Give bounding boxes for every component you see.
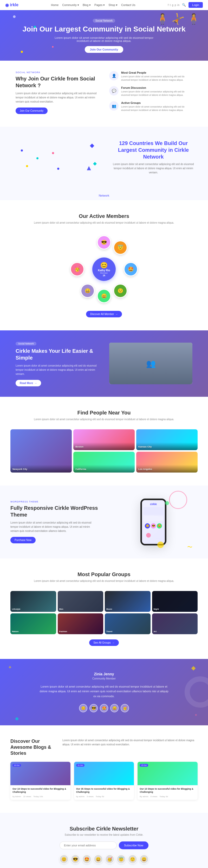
why-join-right: 👤 Most Great People Lorem ipsum dolor si… (109, 71, 193, 116)
subscribe-button[interactable]: Subscribe Now (119, 841, 148, 849)
group-art-name: Art (154, 630, 157, 633)
sub-avatar-8: 😀 (139, 855, 149, 864)
blog-1-views: 10 views (23, 795, 31, 798)
blog-card-2[interactable]: 21 Oct Our 35 Steps to successful video … (74, 762, 134, 800)
groups-title: Most Popular Groups (10, 571, 198, 578)
sub-avatar-2: 😎 (71, 855, 80, 864)
groups-description: Lorem ipsum dolor sit amet consectetur a… (10, 579, 198, 583)
nav-contact[interactable]: Contact Us (121, 3, 135, 7)
t-avatar-5[interactable]: 🥳 (120, 704, 129, 712)
orbit-avatar-4: 🥳 (70, 262, 84, 276)
t-avatar-3[interactable]: 🤩 (100, 704, 108, 712)
hero-map-dot-1 (13, 16, 15, 18)
tw-icon[interactable]: t (170, 4, 171, 6)
groups-grid: Lifestyle Men Music Night Nature Fashion (10, 591, 198, 634)
decor-diamond-1 (90, 144, 94, 148)
nav-shop[interactable]: Shop ▾ (108, 3, 117, 7)
discover-members-button[interactable]: Discover All Member → (86, 311, 122, 317)
blog-1-body: Our 10 Steps to successful video for Blo… (10, 785, 70, 800)
group-lifestyle-name: Lifestyle (12, 608, 20, 610)
city-boston[interactable]: Boston (73, 429, 135, 450)
blog-2-badge: 21 Oct (76, 764, 85, 767)
phone-screen: cirkle 😊 😎 🤩 (142, 500, 165, 544)
countries-description: Lorem ipsum dolor sit amet consectetur a… (109, 162, 198, 175)
avatar-1-placeholder: 😎 (98, 236, 110, 249)
city-california[interactable]: California (73, 452, 135, 472)
nav-home[interactable]: Home (51, 3, 59, 7)
city-newyork[interactable]: Newyork City (10, 429, 72, 472)
cirkle-life-title: Cirkle Makes Your Life Easier & Simple (15, 347, 99, 361)
read-more-button[interactable]: Read More → (15, 380, 41, 386)
blog-1-meta: by Admin 10 views Today 10d (12, 795, 68, 798)
phone-mockup: 〜 cirkle 😊 😎 🤩 (109, 499, 198, 546)
in-icon[interactable]: in (177, 4, 179, 6)
decor-diamond-2 (93, 162, 97, 165)
purchase-button[interactable]: Purchase Now (10, 537, 36, 544)
feature-forum-text: Forum Discussion Lorem ipsum dolor sit a… (121, 86, 193, 97)
phone-device: cirkle 😊 😎 🤩 (140, 499, 166, 546)
group-fashion[interactable]: Fashion (58, 613, 103, 634)
nav-community[interactable]: Community ▾ (62, 3, 79, 7)
city-losangeles[interactable]: Los Angeles (136, 452, 198, 472)
fb-icon[interactable]: f (168, 4, 169, 6)
theme-section: WordPress Theme Fully Responsive Cirkle … (0, 486, 208, 558)
t-avatar-1[interactable]: 😊 (79, 704, 88, 712)
orbit-avatar-2: 🤩 (124, 262, 138, 276)
nav-links: Home Community ▾ Blog ▾ Pages ▾ Shop ▾ C… (51, 3, 135, 7)
blogs-grid: 20 Oct Our 10 Steps to successful video … (10, 762, 198, 800)
blog-2-meta: by admin 3 views Today 5d (76, 795, 132, 798)
login-button[interactable]: Login (188, 2, 203, 8)
group-travel[interactable]: Travel (105, 613, 150, 634)
group-art[interactable]: Art (152, 613, 198, 634)
city-boston-label: Boston (75, 445, 83, 448)
discover-label: Discover All Member (90, 313, 114, 315)
blog-1-title: Our 10 Steps to successful video for Blo… (12, 787, 68, 794)
hero-section: Social Network Join Our Largest Communit… (0, 10, 208, 61)
members-description: Lorem ipsum dolor sit amet consectetur a… (10, 221, 198, 225)
t-avatar-4[interactable]: 😄 (110, 704, 118, 712)
nav-logo[interactable]: ◉ irkle (5, 3, 19, 7)
why-join-title: Why Join Our Cirkle from Social Network … (15, 75, 99, 89)
city-kansascity[interactable]: Kansas City (136, 429, 198, 450)
blog-card-1[interactable]: 20 Oct Our 10 Steps to successful video … (10, 762, 70, 800)
city-newyork-img: Newyork City (10, 429, 72, 472)
subscribe-input[interactable] (60, 841, 117, 849)
hero-content: Social Network Join Our Largest Communit… (23, 18, 186, 53)
search-icon[interactable]: 🔍 (182, 3, 186, 7)
blog-2-views: 3 views (86, 795, 94, 798)
nav-blog[interactable]: Blog ▾ (83, 3, 91, 7)
see-all-groups-button[interactable]: See All Groups → (89, 640, 119, 646)
nav-pages[interactable]: Pages ▾ (94, 3, 105, 7)
group-lifestyle[interactable]: Lifestyle (10, 591, 56, 612)
blog-card-3[interactable]: 25 Oct Our 10 Steps to successful video … (138, 762, 198, 800)
feature-groups-icon: 👥 (109, 101, 118, 111)
group-music[interactable]: Music (105, 591, 150, 612)
avatar-7-placeholder: 😀 (81, 285, 94, 297)
blogs-desc-col: Lorem ipsum dolor sit amet consectetur a… (62, 738, 198, 756)
subscribe-avatars: 😊 😎 🤩 😄 🥳 😇 🙂 😀 (10, 855, 198, 864)
theme-tag: WordPress Theme (10, 500, 99, 503)
groups-section: Most Popular Groups Lorem ipsum dolor si… (0, 558, 208, 659)
blog-1-date: Today 10d (33, 795, 43, 798)
hero-description: Lorem ipsum dolor sit amet consectetur a… (52, 36, 156, 42)
group-men[interactable]: Men (58, 591, 103, 612)
blog-1-author: by Admin (12, 795, 21, 798)
countries-map (10, 142, 99, 173)
group-nature[interactable]: Nature (10, 613, 56, 634)
hero-join-button[interactable]: Join Our Community (85, 46, 124, 53)
city-california-img: California (73, 452, 135, 472)
discover-arrow: → (115, 313, 118, 315)
gp-icon[interactable]: g (172, 4, 173, 6)
city-boston-overlay: Boston (73, 442, 135, 450)
testimonial-text: Lorem ipsum dolor sit amet consectetur a… (39, 684, 169, 699)
group-nature-overlay: Nature (10, 613, 56, 634)
feature-forum-desc: Lorem ipsum dolor sit amet consectetur a… (121, 90, 193, 97)
group-night[interactable]: Night (152, 591, 198, 612)
phone-logo-text: cirkle (150, 503, 157, 505)
why-join-button[interactable]: Join Our Community (15, 107, 47, 114)
group-nature-name: Nature (12, 630, 19, 633)
avatar-5-placeholder: 😇 (114, 241, 127, 254)
pin-icon[interactable]: p (175, 4, 176, 6)
t-avatar-2[interactable]: 😎 (90, 704, 98, 712)
orbit-avatar-7: 😀 (80, 284, 95, 298)
